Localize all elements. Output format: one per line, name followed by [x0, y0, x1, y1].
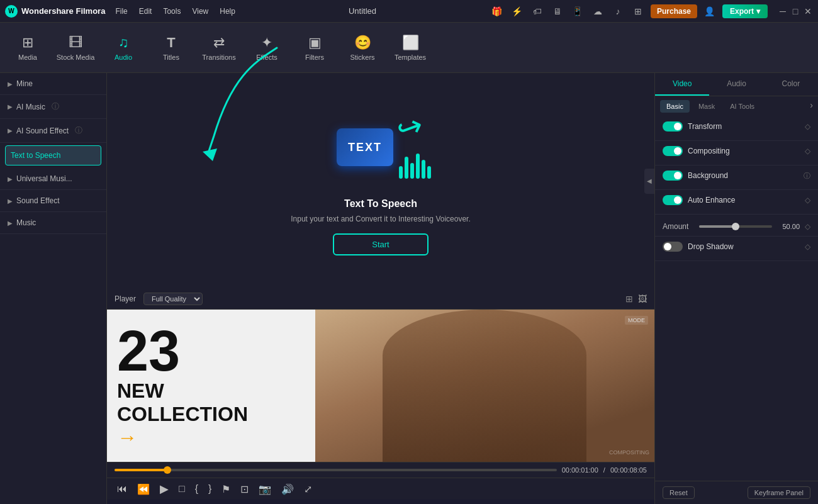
sidebar-item-text-to-speech[interactable]: Text to Speech	[5, 145, 101, 165]
sidebar-item-music[interactable]: ▶ Music	[0, 212, 106, 234]
app-name: Wondershare Filmora	[21, 6, 105, 16]
transform-toggle[interactable]	[663, 121, 683, 132]
quality-select[interactable]: Full Quality 1/2 Quality 1/4 Quality	[143, 293, 203, 305]
transform-keyframe-icon[interactable]: ◇	[805, 122, 810, 131]
toolbar-stickers[interactable]: 😊 Stickers	[340, 25, 385, 70]
menu-view[interactable]: View	[192, 7, 208, 16]
tab-video[interactable]: Video	[655, 73, 709, 96]
toolbar-filters[interactable]: ▣ Filters	[292, 25, 337, 70]
preview-badge: MODE	[625, 316, 648, 325]
panel-collapse-button[interactable]: ◀	[644, 169, 654, 194]
grid-view-icon[interactable]: ⊞	[625, 294, 633, 304]
sidebar-item-ai-music[interactable]: ▶ AI Music ⓘ	[0, 95, 106, 119]
tts-waveform	[399, 154, 431, 179]
filters-icon: ▣	[308, 35, 322, 51]
toolbar-effects[interactable]: ✦ Effects	[244, 25, 289, 70]
tts-subtitle: Input your text and Convert it to Intere…	[291, 215, 471, 223]
auto-enhance-header: Auto Enhance ◇	[663, 195, 810, 205]
speedometer-icon[interactable]: ⚡	[510, 4, 525, 19]
cloud-icon[interactable]: ☁	[590, 4, 605, 19]
toolbar-media[interactable]: ⊞ Media	[5, 25, 50, 70]
tts-start-button[interactable]: Start	[333, 233, 428, 255]
maximize-button[interactable]: □	[790, 6, 800, 16]
toolbar-templates[interactable]: ⬜ Templates	[388, 25, 433, 70]
menu-bar: File Edit Tools View Help	[115, 7, 235, 16]
more-subtabs-icon[interactable]: ›	[810, 100, 813, 113]
flag-button[interactable]: ⚑	[219, 482, 233, 496]
drop-shadow-toggle[interactable]	[663, 242, 683, 252]
timeline-knob[interactable]	[164, 466, 171, 474]
fullscreen-button[interactable]: ⤢	[301, 482, 315, 496]
keyframe-panel-button[interactable]: Keyframe Panel	[748, 486, 810, 499]
drop-shadow-section: Drop Shadow ◇	[655, 237, 818, 261]
compositing-keyframe-icon[interactable]: ◇	[805, 147, 810, 155]
sidebar-tts-label: Text to Speech	[11, 151, 60, 160]
background-info-icon[interactable]: ⓘ	[804, 171, 810, 181]
purchase-button[interactable]: Purchase	[651, 4, 697, 18]
toolbar-transitions[interactable]: ⇄ Transitions	[196, 25, 242, 70]
drop-shadow-toggle-knob	[664, 243, 671, 250]
sidebar-item-universal-music[interactable]: ▶ Universal Musi...	[0, 168, 106, 190]
menu-help[interactable]: Help	[220, 7, 235, 16]
volume-button[interactable]: 🔊	[279, 482, 296, 496]
auto-enhance-keyframe-icon[interactable]: ◇	[805, 196, 810, 204]
center-content: TEXT ↪ Text To Speech Input y	[107, 73, 654, 504]
tab-color[interactable]: Color	[764, 73, 818, 96]
monitor-icon[interactable]: 🖥	[550, 4, 565, 19]
minimize-button[interactable]: ─	[778, 6, 788, 16]
menu-edit[interactable]: Edit	[139, 7, 152, 16]
timeline-scrubber[interactable]	[115, 469, 557, 471]
user-avatar[interactable]: 👤	[702, 4, 717, 19]
close-button[interactable]: ✕	[803, 6, 813, 16]
mark-out-button[interactable]: }	[206, 482, 214, 496]
compositing-label: COMPOSITING	[609, 449, 649, 456]
badge-icon[interactable]: 🏷	[530, 4, 545, 19]
phone-icon[interactable]: 📱	[570, 4, 585, 19]
mark-in-button[interactable]: {	[193, 482, 201, 496]
menu-tools[interactable]: Tools	[163, 7, 181, 16]
gift-icon[interactable]: 🎁	[490, 4, 505, 19]
sidebar-item-mine[interactable]: ▶ Mine	[0, 73, 106, 95]
toolbar-audio[interactable]: ♫ Audio	[101, 25, 146, 70]
background-label: Background	[688, 171, 798, 180]
sidebar-music-label: Music	[16, 218, 36, 227]
background-section: Background ⓘ	[655, 165, 818, 190]
export-button[interactable]: Export ▾	[722, 4, 768, 18]
auto-enhance-toggle[interactable]	[663, 195, 683, 205]
transform-header: Transform ◇	[663, 121, 810, 132]
rewind-button[interactable]: ⏮	[115, 482, 130, 496]
step-back-button[interactable]: ⏪	[135, 482, 152, 496]
subtab-ai-tools[interactable]: AI Tools	[724, 100, 761, 113]
toolbar-stock-media[interactable]: 🎞 Stock Media	[53, 25, 98, 70]
toolbar-stock-media-label: Stock Media	[57, 53, 95, 61]
amount-row: Amount 50.00 ◇	[663, 222, 810, 231]
reset-button[interactable]: Reset	[663, 486, 695, 499]
compositing-toggle[interactable]	[663, 146, 683, 156]
drop-shadow-keyframe-icon[interactable]: ◇	[805, 242, 810, 251]
amount-keyframe-icon[interactable]: ◇	[805, 222, 810, 231]
sidebar-item-ai-sound-effect[interactable]: ▶ AI Sound Effect ⓘ	[0, 119, 106, 143]
menu-file[interactable]: File	[115, 7, 127, 16]
square-view-button[interactable]: □	[176, 482, 188, 496]
topbar-right: 🎁 ⚡ 🏷 🖥 📱 ☁ ♪ ⊞ Purchase 👤 Export ▾ ─ □ …	[490, 4, 813, 19]
chevron-universal-music: ▶	[8, 176, 13, 182]
subtab-mask[interactable]: Mask	[692, 100, 721, 113]
subtab-basic[interactable]: Basic	[660, 100, 690, 113]
tts-convert-arrow: ↪	[392, 106, 428, 148]
background-toggle[interactable]	[663, 171, 683, 181]
tab-audio[interactable]: Audio	[709, 73, 763, 96]
safe-zone-button[interactable]: ⊡	[238, 482, 251, 496]
snapshot-button[interactable]: 📷	[256, 482, 274, 496]
photo-icon[interactable]: 🖼	[638, 294, 647, 304]
grid-icon[interactable]: ⊞	[630, 4, 646, 19]
preview-right: COMPOSITING MODE	[315, 310, 654, 462]
compositing-header: Compositing ◇	[663, 146, 810, 156]
music-icon[interactable]: ♪	[610, 4, 625, 19]
right-panel-footer: Reset Keyframe Panel	[655, 481, 818, 504]
player-video[interactable]: 23 NEW COLLECTION → COMPOSITING	[107, 310, 654, 462]
toolbar-titles[interactable]: T Titles	[148, 25, 194, 70]
play-button[interactable]: ▶	[157, 481, 171, 497]
sidebar-item-sound-effect[interactable]: ▶ Sound Effect	[0, 190, 106, 212]
amount-slider[interactable]	[699, 225, 772, 228]
amount-knob[interactable]	[732, 223, 739, 230]
